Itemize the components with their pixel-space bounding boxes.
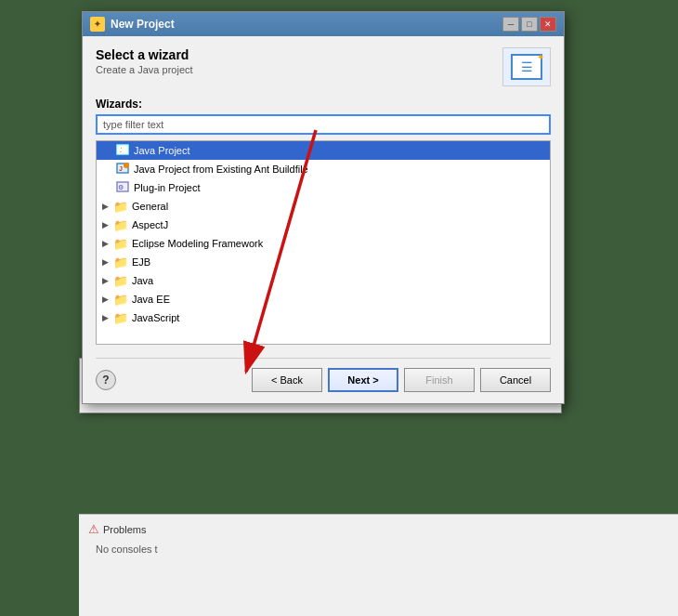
tree-item-plugin[interactable]: ⚙ Plug-in Project bbox=[97, 178, 550, 197]
button-bar: ? < Back Next > Finish Cancel bbox=[96, 358, 551, 392]
eclipse-modeling-folder-icon: 📁 bbox=[113, 236, 128, 251]
ejb-chevron: ▶ bbox=[102, 257, 109, 267]
new-project-dialog: ✦ New Project ─ □ ✕ Select a wizard Crea… bbox=[82, 11, 565, 404]
tree-item-javascript-label: JavaScript bbox=[132, 312, 179, 323]
wizard-header-text: Select a wizard Create a Java project bbox=[96, 47, 193, 75]
tree-item-java-ee[interactable]: ▶ 📁 Java EE bbox=[97, 290, 550, 308]
tree-item-eclipse-modeling-label: Eclipse Modeling Framework bbox=[132, 238, 263, 249]
problems-tab[interactable]: ⚠ Problems bbox=[88, 522, 669, 536]
tree-item-java-ant[interactable]: J Java Project from Existing Ant Buildfi… bbox=[97, 160, 550, 178]
ide-bottom-panel: ⚠ Problems No consoles t bbox=[79, 514, 678, 616]
svg-text:J: J bbox=[119, 147, 123, 153]
dialog-title-text: New Project bbox=[111, 18, 175, 31]
svg-point-4 bbox=[124, 163, 129, 168]
tree-item-ejb[interactable]: ▶ 📁 EJB bbox=[97, 253, 550, 271]
wizard-subtext: Create a Java project bbox=[96, 64, 193, 75]
console-text: No consoles t bbox=[88, 542, 669, 557]
wizards-label: Wizards: bbox=[96, 98, 551, 111]
plugin-icon: ⚙ bbox=[115, 180, 130, 195]
dialog-titlebar: ✦ New Project ─ □ ✕ bbox=[83, 12, 564, 36]
tree-item-general[interactable]: ▶ 📁 General bbox=[97, 197, 550, 216]
back-button[interactable]: < Back bbox=[252, 368, 322, 392]
tree-item-ejb-label: EJB bbox=[132, 256, 150, 268]
wizard-header: Select a wizard Create a Java project ☰ … bbox=[96, 47, 551, 86]
finish-button[interactable]: Finish bbox=[404, 368, 475, 392]
tree-item-java-ant-label: Java Project from Existing Ant Buildfile bbox=[134, 164, 308, 175]
tree-item-java-project-label: Java Project bbox=[134, 145, 190, 156]
tree-item-java-ee-label: Java EE bbox=[132, 294, 170, 305]
tree-item-general-label: General bbox=[132, 201, 168, 212]
tree-item-javascript[interactable]: ▶ 📁 JavaScript bbox=[97, 308, 550, 327]
ejb-folder-icon: 📁 bbox=[113, 255, 128, 269]
wizard-icon-inner: ☰ ✦ bbox=[511, 54, 542, 80]
tree-item-plugin-label: Plug-in Project bbox=[134, 182, 201, 193]
tree-item-java[interactable]: ▶ 📁 Java bbox=[97, 271, 550, 290]
tree-item-java-project[interactable]: J Java Project bbox=[97, 141, 550, 160]
java-ant-icon: J bbox=[115, 162, 130, 177]
minimize-button[interactable]: ─ bbox=[502, 17, 519, 32]
wizard-header-icon: ☰ ✦ bbox=[502, 47, 551, 86]
maximize-button[interactable]: □ bbox=[521, 17, 538, 32]
wizard-icon-spark: ✦ bbox=[537, 52, 544, 62]
close-button[interactable]: ✕ bbox=[540, 17, 556, 32]
java-folder-icon: 📁 bbox=[113, 273, 128, 288]
javascript-chevron: ▶ bbox=[102, 313, 109, 322]
action-buttons: < Back Next > Finish Cancel bbox=[252, 368, 551, 392]
java-chevron: ▶ bbox=[102, 276, 109, 285]
wizard-heading: Select a wizard bbox=[96, 47, 193, 62]
help-button[interactable]: ? bbox=[96, 370, 116, 390]
tree-item-java-label: Java bbox=[132, 275, 153, 286]
java-project-icon: J bbox=[115, 143, 130, 158]
javascript-folder-icon: 📁 bbox=[113, 310, 128, 325]
tree-item-eclipse-modeling[interactable]: ▶ 📁 Eclipse Modeling Framework bbox=[97, 234, 550, 253]
tree-item-aspectj-label: AspectJ bbox=[132, 219, 168, 230]
filter-input[interactable] bbox=[96, 114, 551, 135]
wizard-tree[interactable]: J Java Project J Java Project from Exist… bbox=[96, 140, 551, 345]
java-ee-folder-icon: 📁 bbox=[113, 292, 128, 307]
dialog-title-controls: ─ □ ✕ bbox=[502, 17, 556, 32]
aspectj-folder-icon: 📁 bbox=[113, 217, 128, 232]
general-chevron: ▶ bbox=[102, 202, 109, 211]
svg-text:⚙: ⚙ bbox=[118, 184, 124, 190]
dialog-title-icon: ✦ bbox=[90, 17, 105, 32]
java-ee-chevron: ▶ bbox=[102, 295, 109, 304]
general-folder-icon: 📁 bbox=[113, 199, 128, 214]
tree-item-aspectj[interactable]: ▶ 📁 AspectJ bbox=[97, 216, 550, 234]
next-button[interactable]: Next > bbox=[328, 368, 398, 392]
dialog-body: Select a wizard Create a Java project ☰ … bbox=[83, 36, 564, 403]
cancel-button[interactable]: Cancel bbox=[480, 368, 551, 392]
eclipse-modeling-chevron: ▶ bbox=[102, 239, 109, 248]
dialog-title-left: ✦ New Project bbox=[90, 17, 175, 32]
svg-text:J: J bbox=[119, 165, 123, 172]
problems-tab-label: Problems bbox=[103, 524, 146, 535]
aspectj-chevron: ▶ bbox=[102, 220, 109, 229]
